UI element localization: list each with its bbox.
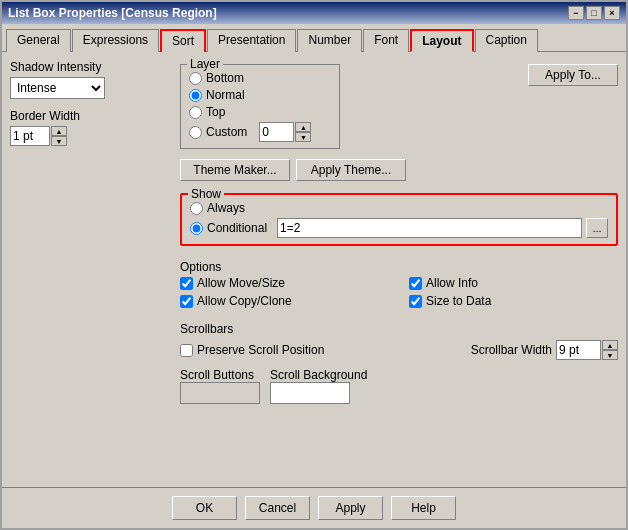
tab-expressions[interactable]: Expressions: [72, 29, 159, 52]
border-width-spin-buttons: ▲ ▼: [51, 126, 67, 146]
maximize-button[interactable]: □: [586, 6, 602, 20]
layer-radio-group: Bottom Normal Top: [189, 71, 331, 142]
size-to-data-option[interactable]: Size to Data: [409, 294, 618, 308]
show-conditional-option[interactable]: Conditional: [190, 221, 267, 235]
show-label: Show: [188, 187, 224, 201]
main-content: Shadow Intensity Intense Border Width 1 …: [2, 52, 626, 487]
size-to-data-checkbox[interactable]: [409, 295, 422, 308]
scroll-buttons-swatch[interactable]: [180, 382, 260, 404]
footer: OK Cancel Apply Help: [2, 487, 626, 528]
show-radio-group: Always Conditional 1=2 ...: [190, 201, 608, 238]
tab-general[interactable]: General: [6, 29, 71, 52]
close-button[interactable]: ×: [604, 6, 620, 20]
scroll-background-swatch[interactable]: [270, 382, 350, 404]
border-width-up[interactable]: ▲: [51, 126, 67, 136]
custom-down[interactable]: ▼: [295, 132, 311, 142]
conditional-browse-button[interactable]: ...: [586, 218, 608, 238]
options-group: Options Allow Move/Size Allow Info Allow…: [180, 258, 618, 308]
allow-info-option[interactable]: Allow Info: [409, 276, 618, 290]
layer-custom-input[interactable]: 0: [259, 122, 294, 142]
options-label: Options: [180, 260, 618, 274]
layer-custom-row: Custom 0 ▲ ▼: [189, 122, 331, 142]
border-width-group: Border Width 1 pt ▲ ▼: [10, 109, 170, 146]
options-grid: Allow Move/Size Allow Info Allow Copy/Cl…: [180, 276, 618, 308]
apply-to-button[interactable]: Apply To...: [528, 64, 618, 86]
tab-sort[interactable]: Sort: [160, 29, 206, 52]
show-always-radio[interactable]: [190, 202, 203, 215]
shadow-intensity-label: Shadow Intensity: [10, 60, 170, 74]
layer-bottom-radio[interactable]: [189, 72, 202, 85]
layer-bottom-option[interactable]: Bottom: [189, 71, 331, 85]
scrollbar-width-input[interactable]: 9 pt: [556, 340, 601, 360]
window-title: List Box Properties [Census Region]: [8, 6, 217, 20]
scroll-background-group: Scroll Background: [270, 366, 367, 404]
scrollbar-width-up[interactable]: ▲: [602, 340, 618, 350]
layer-custom-option[interactable]: Custom: [189, 125, 247, 139]
title-controls: − □ ×: [568, 6, 620, 20]
show-group: Show Always Conditional 1=2 ...: [180, 193, 618, 246]
layer-group: Layer Bottom Normal Top: [180, 64, 340, 149]
scrollbar-width-label: Scrollbar Width: [471, 343, 552, 357]
allow-info-label: Allow Info: [426, 276, 478, 290]
scroll-color-row: Scroll Buttons Scroll Background: [180, 366, 618, 404]
right-panel: Layer Bottom Normal Top: [180, 60, 618, 479]
border-width-input[interactable]: 1 pt: [10, 126, 50, 146]
show-conditional-row: Conditional 1=2 ...: [190, 218, 608, 238]
preserve-scroll-option[interactable]: Preserve Scroll Position: [180, 343, 324, 357]
show-conditional-radio[interactable]: [190, 222, 203, 235]
show-always-option[interactable]: Always: [190, 201, 608, 215]
show-always-label: Always: [207, 201, 245, 215]
preserve-scroll-checkbox[interactable]: [180, 344, 193, 357]
minimize-button[interactable]: −: [568, 6, 584, 20]
allow-copy-clone-checkbox[interactable]: [180, 295, 193, 308]
main-window: List Box Properties [Census Region] − □ …: [0, 0, 628, 530]
layer-top-label: Top: [206, 105, 225, 119]
scrollbar-row: Preserve Scroll Position Scrollbar Width…: [180, 340, 618, 360]
scroll-buttons-group: Scroll Buttons: [180, 366, 260, 404]
show-conditional-label: Conditional: [207, 221, 267, 235]
tab-presentation[interactable]: Presentation: [207, 29, 296, 52]
ok-button[interactable]: OK: [172, 496, 237, 520]
tab-bar: General Expressions Sort Presentation Nu…: [2, 24, 626, 52]
scrollbar-width-down[interactable]: ▼: [602, 350, 618, 360]
tab-number[interactable]: Number: [297, 29, 362, 52]
scrollbars-content: Preserve Scroll Position Scrollbar Width…: [180, 340, 618, 404]
layer-custom-label: Custom: [206, 125, 247, 139]
layer-normal-option[interactable]: Normal: [189, 88, 331, 102]
layer-normal-radio[interactable]: [189, 89, 202, 102]
layer-label: Layer: [187, 57, 223, 71]
border-width-label: Border Width: [10, 109, 170, 123]
layer-top-option[interactable]: Top: [189, 105, 331, 119]
scroll-background-label: Scroll Background: [270, 368, 367, 382]
theme-maker-button[interactable]: Theme Maker...: [180, 159, 290, 181]
preserve-scroll-label: Preserve Scroll Position: [197, 343, 324, 357]
scrollbars-group: Scrollbars Preserve Scroll Position Scro…: [180, 320, 618, 404]
shadow-intensity-select[interactable]: Intense: [10, 77, 105, 99]
layer-bottom-label: Bottom: [206, 71, 244, 85]
border-width-down[interactable]: ▼: [51, 136, 67, 146]
help-button[interactable]: Help: [391, 496, 456, 520]
apply-button[interactable]: Apply: [318, 496, 383, 520]
conditional-expression-input[interactable]: 1=2: [277, 218, 582, 238]
allow-move-size-option[interactable]: Allow Move/Size: [180, 276, 389, 290]
allow-copy-clone-option[interactable]: Allow Copy/Clone: [180, 294, 389, 308]
left-panel: Shadow Intensity Intense Border Width 1 …: [10, 60, 170, 479]
tab-caption[interactable]: Caption: [475, 29, 538, 52]
allow-info-checkbox[interactable]: [409, 277, 422, 290]
tab-layout[interactable]: Layout: [410, 29, 473, 52]
shadow-intensity-group: Shadow Intensity Intense: [10, 60, 170, 99]
scroll-buttons-label: Scroll Buttons: [180, 368, 260, 382]
cancel-button[interactable]: Cancel: [245, 496, 310, 520]
custom-up[interactable]: ▲: [295, 122, 311, 132]
scrollbars-label: Scrollbars: [180, 322, 618, 336]
allow-move-size-checkbox[interactable]: [180, 277, 193, 290]
scrollbar-width-group: Scrollbar Width 9 pt ▲ ▼: [471, 340, 618, 360]
layer-custom-radio[interactable]: [189, 126, 202, 139]
size-to-data-label: Size to Data: [426, 294, 491, 308]
title-bar: List Box Properties [Census Region] − □ …: [2, 2, 626, 24]
tab-font[interactable]: Font: [363, 29, 409, 52]
apply-theme-button[interactable]: Apply Theme...: [296, 159, 406, 181]
layer-normal-label: Normal: [206, 88, 245, 102]
allow-move-size-label: Allow Move/Size: [197, 276, 285, 290]
layer-top-radio[interactable]: [189, 106, 202, 119]
